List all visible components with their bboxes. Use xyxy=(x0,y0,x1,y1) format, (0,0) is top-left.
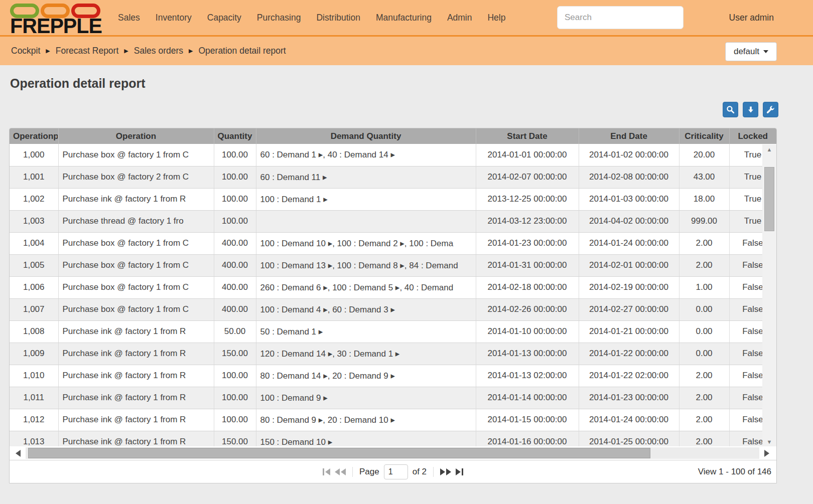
cell-end-date: 2014-01-21 00:00:00 xyxy=(579,320,679,343)
column-header-criticality[interactable]: Criticality xyxy=(679,128,729,144)
table-row[interactable]: 1,008Purchase ink @ factory 1 from R50.0… xyxy=(10,320,776,343)
arrow-down-icon xyxy=(747,106,755,114)
page-number-input[interactable] xyxy=(384,464,408,479)
cell-demand-quantity: 100 : Demand 4 ▸, 60 : Demand 3 ▸ xyxy=(256,298,476,320)
nav-item-help[interactable]: Help xyxy=(487,13,505,23)
cell-operationplan: 1,004 xyxy=(10,232,58,254)
table-row[interactable]: 1,002Purchase ink @ factory 1 from R100.… xyxy=(10,188,776,210)
table-row[interactable]: 1,012Purchase ink @ factory 1 from R100.… xyxy=(10,409,776,431)
breadcrumb-separator-icon: ▶ xyxy=(46,48,50,54)
cell-demand-quantity: 80 : Demand 9 ▸, 20 : Demand 10 ▸ xyxy=(256,409,476,431)
cell-criticality: 2.00 xyxy=(679,409,729,431)
table-row[interactable]: 1,010Purchase ink @ factory 1 from R100.… xyxy=(10,365,776,387)
prev-page-icon xyxy=(335,468,340,475)
scroll-right-icon[interactable] xyxy=(764,450,769,457)
cell-operationplan: 1,010 xyxy=(10,365,58,387)
scroll-up-icon[interactable]: ▲ xyxy=(767,144,772,154)
cell-criticality: 0.00 xyxy=(679,298,729,320)
cell-end-date: 2014-01-22 02:00:00 xyxy=(579,365,679,387)
search-filter-button[interactable] xyxy=(723,102,738,117)
scroll-left-icon[interactable] xyxy=(16,450,21,457)
nav-item-admin[interactable]: Admin xyxy=(447,13,472,23)
table-row[interactable]: 1,001Purchase box @ factory 2 from C100.… xyxy=(10,166,776,188)
cell-criticality: 2.00 xyxy=(679,365,729,387)
breadcrumb-item[interactable]: Operation detail report xyxy=(198,46,286,56)
table-row[interactable]: 1,007Purchase box @ factory 1 from C400.… xyxy=(10,298,776,320)
table-row[interactable]: 1,009Purchase ink @ factory 1 from R150.… xyxy=(10,343,776,365)
cell-quantity: 150.00 xyxy=(214,343,256,365)
nav-item-capacity[interactable]: Capacity xyxy=(207,13,241,23)
last-page-button[interactable] xyxy=(456,468,463,475)
table-row[interactable]: 1,003Purchase thread @ factory 1 fro100.… xyxy=(10,210,776,232)
cell-criticality: 0.00 xyxy=(679,320,729,343)
nav-item-purchasing[interactable]: Purchasing xyxy=(257,13,301,23)
table-row[interactable]: 1,006Purchase box @ factory 1 from C400.… xyxy=(10,276,776,298)
report-toolbar xyxy=(723,102,778,117)
cell-start-date: 2014-02-18 00:00:00 xyxy=(476,276,579,298)
frepple-logo[interactable]: FREPPLE xyxy=(10,4,104,35)
cell-operation: Purchase ink @ factory 1 from R xyxy=(58,343,214,365)
cell-start-date: 2014-01-23 00:00:00 xyxy=(476,232,579,254)
cell-start-date: 2014-01-15 00:00:00 xyxy=(476,409,579,431)
nav-item-distribution[interactable]: Distribution xyxy=(316,13,360,23)
table-row[interactable]: 1,011Purchase ink @ factory 1 from R100.… xyxy=(10,387,776,409)
column-header-start-date[interactable]: Start Date xyxy=(476,128,579,144)
cell-end-date: 2014-01-24 00:00:00 xyxy=(579,232,679,254)
top-navbar: FREPPLE SalesInventoryCapacityPurchasing… xyxy=(0,0,813,35)
column-header-operationplan[interactable]: Operationplan xyxy=(10,128,58,144)
pager-divider xyxy=(433,467,434,477)
horizontal-scrollbar[interactable] xyxy=(10,446,776,460)
cell-quantity: 100.00 xyxy=(214,144,256,166)
cell-quantity: 100.00 xyxy=(214,210,256,232)
cell-end-date: 2014-01-24 00:00:00 xyxy=(579,409,679,431)
brand-text: FREPPLE xyxy=(10,17,102,35)
table-row[interactable]: 1,000Purchase box @ factory 1 from C100.… xyxy=(10,144,776,166)
column-header-quantity[interactable]: Quantity xyxy=(214,128,256,144)
nav-item-sales[interactable]: Sales xyxy=(118,13,140,23)
cell-demand-quantity: 50 : Demand 1 ▸ xyxy=(256,320,476,343)
cell-operation: Purchase thread @ factory 1 fro xyxy=(58,210,214,232)
cell-operationplan: 1,012 xyxy=(10,409,58,431)
breadcrumb-item[interactable]: Sales orders xyxy=(134,46,183,56)
horizontal-scrollbar-track[interactable] xyxy=(26,447,759,459)
cell-operationplan: 1,007 xyxy=(10,298,58,320)
column-header-operation[interactable]: Operation xyxy=(58,128,214,144)
vertical-scrollbar-thumb[interactable] xyxy=(764,167,774,231)
first-page-button[interactable] xyxy=(323,468,330,475)
search-input[interactable] xyxy=(557,6,684,29)
cell-quantity: 100.00 xyxy=(214,409,256,431)
next-page-button[interactable] xyxy=(440,468,451,475)
column-header-demand-quantity[interactable]: Demand Quantity xyxy=(256,128,476,144)
customize-button[interactable] xyxy=(763,102,778,117)
table-row[interactable]: 1,005Purchase box @ factory 1 from C400.… xyxy=(10,254,776,276)
cell-operationplan: 1,013 xyxy=(10,431,58,446)
prev-page-button[interactable] xyxy=(335,468,346,475)
nav-item-manufacturing[interactable]: Manufacturing xyxy=(376,13,432,23)
horizontal-scrollbar-thumb[interactable] xyxy=(28,448,650,458)
scroll-down-icon[interactable]: ▼ xyxy=(767,437,772,447)
column-header-locked[interactable]: Locked xyxy=(729,128,776,144)
cell-end-date: 2014-01-03 00:00:00 xyxy=(579,188,679,210)
cell-operationplan: 1,003 xyxy=(10,210,58,232)
last-page-icon xyxy=(456,468,461,475)
cell-quantity: 100.00 xyxy=(214,166,256,188)
cell-end-date: 2014-02-19 00:00:00 xyxy=(579,276,679,298)
cell-operationplan: 1,006 xyxy=(10,276,58,298)
nav-item-inventory[interactable]: Inventory xyxy=(156,13,192,23)
user-menu[interactable]: User admin xyxy=(729,0,774,35)
download-button[interactable] xyxy=(743,102,758,117)
view-selector-button[interactable]: default xyxy=(725,42,777,61)
cell-criticality: 2.00 xyxy=(679,387,729,409)
breadcrumb-item[interactable]: Cockpit xyxy=(11,46,40,56)
breadcrumb: Cockpit▶Forecast Report▶Sales orders▶Ope… xyxy=(11,37,286,65)
vertical-scrollbar[interactable]: ▲ ▼ xyxy=(762,144,776,447)
cell-operation: Purchase box @ factory 1 from C xyxy=(58,254,214,276)
column-header-end-date[interactable]: End Date xyxy=(579,128,679,144)
cell-operation: Purchase ink @ factory 1 from R xyxy=(58,320,214,343)
cell-operationplan: 1,001 xyxy=(10,166,58,188)
cell-quantity: 50.00 xyxy=(214,320,256,343)
cell-end-date: 2014-01-22 00:00:00 xyxy=(579,343,679,365)
breadcrumb-item[interactable]: Forecast Report xyxy=(56,46,118,56)
table-row[interactable]: 1,013Purchase ink @ factory 1 from R150.… xyxy=(10,431,776,446)
table-row[interactable]: 1,004Purchase box @ factory 1 from C400.… xyxy=(10,232,776,254)
